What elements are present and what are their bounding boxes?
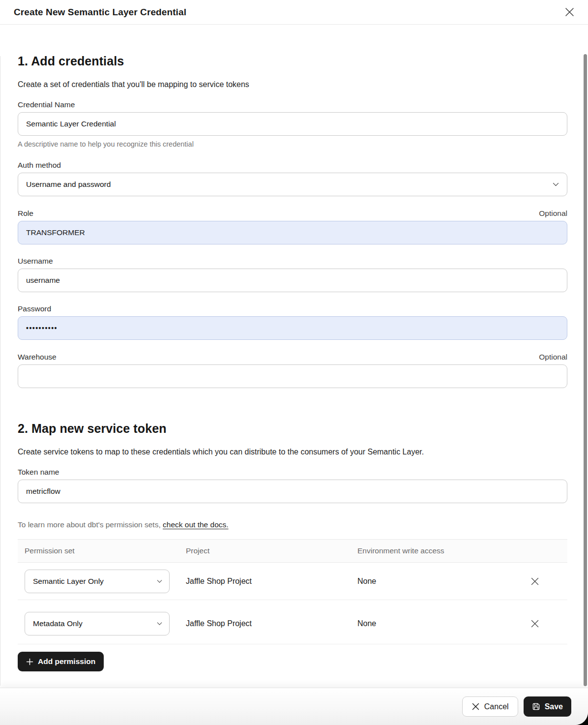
warehouse-optional-badge: Optional	[539, 353, 567, 362]
create-credential-modal: Create New Semantic Layer Credential 1. …	[0, 0, 588, 725]
docs-line: To learn more about dbt's permission set…	[18, 520, 567, 529]
role-input[interactable]	[18, 221, 567, 244]
remove-row-button[interactable]	[527, 574, 543, 589]
project-cell: Jaffle Shop Project	[186, 619, 357, 628]
auth-method-selected-value: Username and password	[26, 180, 111, 189]
section2-description: Create service tokens to map to these cr…	[18, 448, 567, 456]
table-row: Metadata Only Jaffle Shop Project None	[18, 600, 567, 644]
cancel-label: Cancel	[484, 702, 509, 711]
env-write-access-cell: None	[357, 577, 513, 586]
role-label-row: Role Optional	[18, 209, 567, 218]
docs-line-prefix: To learn more about dbt's permission set…	[18, 520, 163, 529]
username-input[interactable]	[18, 269, 567, 292]
password-label: Password	[18, 304, 567, 313]
col-header-permission-set: Permission set	[18, 546, 186, 555]
col-header-env-write-access: Environment write access	[357, 546, 513, 555]
permission-set-select[interactable]: Semantic Layer Only	[25, 570, 170, 593]
permissions-table: Permission set Project Environment write…	[18, 539, 567, 644]
modal-title: Create New Semantic Layer Credential	[14, 7, 186, 18]
add-permission-button[interactable]: Add permission	[18, 652, 104, 671]
warehouse-label-row: Warehouse Optional	[18, 353, 567, 362]
docs-link[interactable]: check out the docs.	[163, 520, 229, 529]
col-header-project: Project	[186, 546, 357, 555]
remove-row-button[interactable]	[527, 616, 543, 632]
warehouse-input[interactable]	[18, 364, 567, 388]
permissions-table-header: Permission set Project Environment write…	[18, 540, 567, 563]
section2-heading: 2. Map new service token	[18, 422, 567, 436]
page-edge-artifact	[0, 56, 0, 686]
modal-body: 1. Add credentials Create a set of crede…	[0, 54, 588, 671]
close-icon	[471, 702, 480, 711]
project-cell: Jaffle Shop Project	[186, 577, 357, 586]
credential-name-input[interactable]	[18, 112, 567, 136]
credential-name-label: Credential Name	[18, 100, 567, 109]
close-button[interactable]	[560, 3, 578, 21]
save-button[interactable]: Save	[524, 696, 571, 717]
modal-footer: Cancel Save	[0, 688, 588, 725]
credential-name-helper: A descriptive name to help you recognize…	[18, 140, 567, 148]
close-icon	[530, 577, 539, 586]
auth-method-label: Auth method	[18, 161, 567, 170]
auth-method-select[interactable]: Username and password	[18, 173, 567, 196]
close-icon	[530, 619, 539, 628]
env-write-access-cell: None	[357, 619, 513, 628]
cancel-button[interactable]: Cancel	[462, 696, 518, 717]
section1-heading: 1. Add credentials	[18, 54, 567, 68]
role-label: Role	[18, 209, 33, 218]
add-permission-label: Add permission	[38, 657, 95, 666]
save-label: Save	[545, 702, 563, 711]
token-name-input[interactable]	[18, 480, 567, 503]
plus-icon	[26, 658, 33, 665]
permission-set-selected-value: Semantic Layer Only	[33, 577, 104, 586]
chevron-down-icon	[157, 622, 162, 626]
table-row: Semantic Layer Only Jaffle Shop Project …	[18, 563, 567, 600]
username-label: Username	[18, 257, 567, 266]
save-icon	[532, 702, 540, 711]
warehouse-label: Warehouse	[18, 353, 57, 362]
modal-header: Create New Semantic Layer Credential	[0, 0, 588, 25]
token-name-label: Token name	[18, 468, 567, 477]
password-input[interactable]	[18, 316, 567, 340]
section1-description: Create a set of credentials that you'll …	[18, 80, 567, 89]
chevron-down-icon	[553, 182, 559, 187]
close-icon	[564, 6, 575, 18]
permission-set-selected-value: Metadata Only	[33, 619, 83, 628]
vertical-scrollbar[interactable]	[584, 54, 587, 686]
chevron-down-icon	[157, 579, 162, 583]
permission-set-select[interactable]: Metadata Only	[25, 612, 170, 635]
role-optional-badge: Optional	[539, 209, 567, 218]
